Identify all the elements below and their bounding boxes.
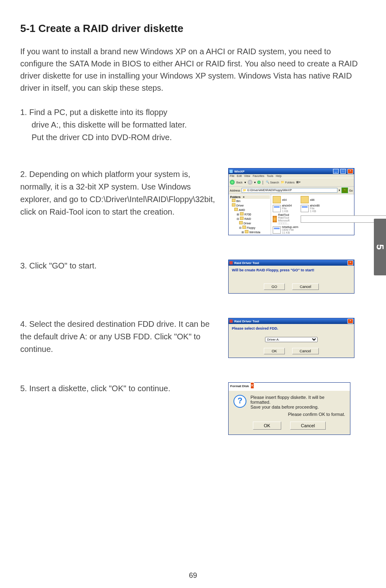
dialog-message-line: Save your data before proceeding.	[250, 405, 319, 409]
step-text: Depending on which platform your system …	[20, 170, 215, 216]
file-list: x64 x86 ahcix64File1 KB ahcix86File1 KB …	[271, 194, 386, 235]
back-icon[interactable]	[230, 180, 235, 185]
step-number: 3.	[20, 261, 27, 270]
window-titlebar[interactable]: Raid Driver Tool ×	[229, 318, 354, 324]
minimize-button[interactable]: _	[333, 169, 339, 174]
dialog-message: Will be create RAID Floppy, press "GO" t…	[232, 268, 351, 272]
tree-node: ⊞ R700	[237, 212, 270, 217]
chapter-tab: 5	[374, 219, 386, 275]
back-button[interactable]: Back	[236, 181, 243, 184]
step-1: 1. Find a PC, put a diskette into its fl…	[20, 106, 366, 144]
step-number: 1.	[20, 108, 27, 117]
address-label: Address	[230, 189, 240, 192]
menu-item-view[interactable]: View	[244, 175, 250, 177]
file-item[interactable]: RaidToolRaidTool Microsoft □□□□□...	[273, 213, 298, 225]
menu-item-help[interactable]: Help	[276, 175, 282, 177]
explorer-window: WinXP _ □ × File Edit View Favorites Too…	[228, 168, 354, 235]
step-text: Select the desired destination FDD drive…	[20, 320, 210, 354]
cancel-button[interactable]: Cancel	[292, 348, 319, 354]
step-2: 2. Depending on which platform your syst…	[20, 168, 366, 235]
menu-item-tools[interactable]: Tools	[267, 175, 273, 177]
raidtool-icon	[273, 216, 277, 222]
go-label: Go	[349, 189, 353, 192]
tree-node: ⊟ WinXP x64 x86	[242, 234, 270, 235]
close-button[interactable]: ×	[348, 260, 353, 265]
format-disk-dialog: Format Disk × ? Please insert floppy dis…	[228, 382, 350, 435]
menu-item-edit[interactable]: Edit	[237, 175, 242, 177]
step-text-line: drive A:, this diskette will be formatte…	[20, 119, 218, 131]
address-dropdown[interactable]: ▾	[339, 189, 340, 192]
tree-node: ⊞ WinVista	[242, 230, 270, 234]
menu-bar: File Edit View Favorites Tools Help	[229, 174, 354, 178]
tree-node: ⊟ RAID Driver ⊟ Floppy ⊞ WinVista	[237, 217, 270, 235]
views-button[interactable]: ▦▾	[296, 181, 301, 184]
file-item[interactable]: x86	[301, 196, 386, 203]
file-item[interactable]: ahcix86File1 KB	[301, 204, 386, 213]
address-field[interactable]: 📁 G:\Driver\AMD\RAID\Floppy\WinXP	[242, 188, 337, 193]
app-icon	[229, 261, 233, 264]
menu-item-favorites[interactable]: Favorites	[252, 175, 264, 177]
forward-icon[interactable]	[248, 180, 252, 185]
window-titlebar[interactable]: WinXP _ □ ×	[229, 168, 354, 174]
search-button[interactable]: 🔍 Search	[266, 181, 279, 184]
window-title: Raid Driver Tool	[234, 320, 346, 323]
close-button[interactable]: ×	[348, 319, 353, 324]
window-titlebar[interactable]: Format Disk ×	[229, 383, 350, 391]
ok-button[interactable]: OK	[264, 348, 284, 354]
file-item[interactable]: ahcix64File1 KB	[273, 204, 298, 213]
tree-node: Driver	[239, 221, 270, 226]
txt-icon	[301, 215, 386, 223]
step-number: 4.	[20, 320, 27, 328]
toolbar: Back ▾ ▾ │ 🔍 Search 📁 Folders ▦▾	[229, 178, 354, 187]
step-text: Click "GO" to start.	[29, 261, 96, 270]
folder-icon	[229, 170, 233, 173]
file-item[interactable]: txtsetup.oemOEM File11 KB	[273, 226, 298, 234]
app-icon	[229, 320, 233, 323]
folder-icon	[273, 196, 281, 203]
cancel-button[interactable]: Cancel	[292, 283, 319, 290]
step-number: 5.	[20, 384, 27, 393]
up-icon[interactable]	[257, 181, 261, 184]
window-title: WinXP	[234, 170, 331, 173]
inf-icon	[273, 205, 281, 212]
question-icon: ?	[233, 395, 246, 408]
step-text-line: Put the driver CD into DVD-ROM drive.	[20, 131, 218, 144]
window-titlebar[interactable]: Raid Driver Tool ×	[229, 260, 354, 266]
inf-icon	[273, 226, 281, 234]
menu-item-file[interactable]: File	[230, 175, 234, 177]
step-text: Insert a diskette, click "OK" to continu…	[29, 384, 170, 393]
maximize-button[interactable]: □	[340, 169, 346, 174]
step-text-line: Find a PC, put a diskette into its flopp…	[29, 108, 167, 117]
file-item[interactable]: readmeText Document2 KB	[301, 213, 386, 225]
address-bar: Address 📁 G:\Driver\AMD\RAID\Floppy\WinX…	[229, 187, 354, 194]
tree-node: AMD ⊞ R700 ⊟ RAID Driver ⊟ Floppy	[234, 208, 270, 235]
step-3: 3. Click "GO" to start. Raid Driver Tool…	[20, 260, 366, 294]
window-title: Raid Driver Tool	[234, 261, 346, 265]
section-heading: 5-1 Create a RAID driver diskette	[20, 22, 366, 35]
inf-icon	[301, 205, 309, 212]
folders-pane-header: Folders ×	[229, 195, 270, 199]
go-button[interactable]: GO	[264, 283, 285, 290]
file-item[interactable]: x64	[273, 196, 298, 203]
step-5: 5. Insert a diskette, click "OK" to cont…	[20, 382, 366, 435]
window-title: Format Disk	[230, 384, 249, 388]
step-4: 4. Select the desired destination FDD dr…	[20, 318, 366, 358]
tree-node: Bin	[232, 199, 270, 203]
raid-tool-dialog-go: Raid Driver Tool × Will be create RAID F…	[228, 260, 354, 294]
folder-tree[interactable]: Folders × Bin Driver AMD ⊞ R700 ⊟ RAID	[229, 194, 271, 235]
folder-icon	[301, 196, 309, 203]
tree-node: Driver AMD ⊞ R700 ⊟ RAID Driver	[232, 203, 270, 235]
divider: │	[262, 181, 264, 184]
dialog-confirm-line: Please confirm OK to format.	[250, 412, 345, 417]
cancel-button[interactable]: Cancel	[290, 422, 326, 430]
page-number: 69	[0, 571, 386, 580]
intro-paragraph: If you want to install a brand new Windo…	[20, 45, 366, 94]
go-button[interactable]: →	[341, 187, 348, 193]
close-button[interactable]: ×	[348, 169, 353, 174]
raid-tool-dialog-select: Raid Driver Tool × Please select desired…	[228, 318, 354, 358]
dialog-message: Please select desired FDD.	[232, 326, 351, 330]
folders-button[interactable]: 📁 Folders	[281, 181, 295, 184]
close-button[interactable]: ×	[250, 382, 254, 389]
ok-button[interactable]: OK	[253, 422, 281, 430]
fdd-drive-select[interactable]: Driver A:	[265, 337, 318, 342]
